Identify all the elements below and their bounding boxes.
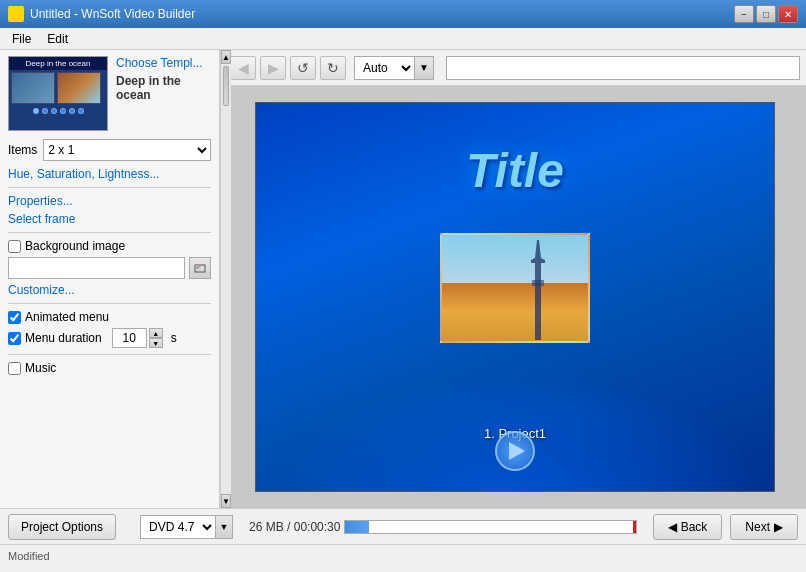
bg-image-input[interactable] [8, 257, 185, 279]
divider-1 [8, 187, 211, 188]
close-button[interactable]: ✕ [778, 5, 798, 23]
app-icon [8, 6, 24, 22]
menu-duration-checkbox[interactable] [8, 332, 21, 345]
main-container: Deep in the ocean [0, 50, 806, 508]
forward-toolbar-button[interactable]: ▶ [260, 56, 286, 80]
dot-1 [33, 108, 39, 114]
dvd-format-select[interactable]: DVD 4.7 DVD 8.5 BD 25 [140, 515, 215, 539]
customize-link[interactable]: Customize... [8, 283, 211, 297]
progress-area: 26 MB / 00:00:30 [249, 520, 637, 534]
redo-toolbar-button[interactable]: ↻ [320, 56, 346, 80]
preview-thumb-container [440, 233, 590, 348]
left-panel-content: Deep in the ocean [0, 50, 219, 508]
dot-6 [78, 108, 84, 114]
progress-bar-container [344, 520, 636, 534]
template-area: Deep in the ocean [8, 56, 211, 131]
dot-2 [42, 108, 48, 114]
thumb-title: Deep in the ocean [9, 57, 107, 70]
background-image-checkbox[interactable] [8, 240, 21, 253]
dot-4 [60, 108, 66, 114]
animated-menu-text: Animated menu [25, 310, 109, 324]
menu-file[interactable]: File [4, 30, 39, 48]
thumb-img-1 [11, 72, 55, 104]
svg-rect-1 [195, 267, 199, 269]
divider-2 [8, 232, 211, 233]
svg-rect-4 [532, 280, 544, 286]
animated-menu-checkbox[interactable] [8, 311, 21, 324]
background-image-label[interactable]: Background image [8, 239, 211, 253]
divider-3 [8, 303, 211, 304]
menu-duration-spinner: ▲ ▼ [112, 328, 163, 348]
properties-link[interactable]: Properties... [8, 194, 211, 208]
scroll-thumb[interactable] [223, 66, 229, 106]
minimize-button[interactable]: − [734, 5, 754, 23]
menu-duration-label: Menu duration [25, 331, 102, 345]
preview-thumb-image [440, 233, 590, 343]
music-label[interactable]: Music [8, 361, 211, 375]
animated-menu-label[interactable]: Animated menu [8, 310, 211, 324]
back-label: Back [681, 520, 708, 534]
menu-edit[interactable]: Edit [39, 30, 76, 48]
play-triangle-icon [509, 442, 525, 460]
back-button[interactable]: ◀ Back [653, 514, 723, 540]
menu-duration-unit: s [171, 331, 177, 345]
right-panel: ◀ ▶ ↺ ↻ Auto ▼ Title [224, 50, 806, 508]
select-frame-link[interactable]: Select frame [8, 212, 211, 226]
toolbar: ◀ ▶ ↺ ↻ Auto ▼ [224, 50, 806, 86]
thumb-dots [9, 106, 107, 116]
back-toolbar-button[interactable]: ◀ [230, 56, 256, 80]
menu-duration-row: Menu duration ▲ ▼ s [8, 328, 211, 348]
ground-bg [442, 283, 588, 341]
next-label: Next [745, 520, 770, 534]
spinner-down[interactable]: ▼ [149, 338, 163, 348]
choose-template-link[interactable]: Choose Templ... [116, 56, 211, 70]
status-text: Modified [8, 550, 50, 562]
window-title: Untitled - WnSoft Video Builder [30, 7, 195, 21]
preview-canvas: Title 1. Pr [255, 102, 775, 492]
music-text: Music [25, 361, 56, 375]
undo-toolbar-button[interactable]: ↺ [290, 56, 316, 80]
background-image-text: Background image [25, 239, 125, 253]
progress-bar-marker [633, 521, 636, 533]
title-bar: Untitled - WnSoft Video Builder − □ ✕ [0, 0, 806, 28]
progress-label: 26 MB / 00:00:30 [249, 520, 340, 534]
preview-play-button[interactable] [495, 431, 535, 471]
next-button[interactable]: Next ▶ [730, 514, 798, 540]
project-options-button[interactable]: Project Options [8, 514, 116, 540]
items-label: Items [8, 143, 37, 157]
auto-select-wrap: Auto ▼ [354, 56, 434, 80]
svg-rect-2 [195, 265, 200, 267]
auto-select[interactable]: Auto [354, 56, 414, 80]
music-checkbox[interactable] [8, 362, 21, 375]
menu-duration-checkbox-label[interactable]: Menu duration [8, 331, 102, 345]
menu-duration-input[interactable] [112, 328, 147, 348]
left-panel-scrollbar[interactable]: ▲ ▼ [220, 50, 231, 508]
browse-button[interactable] [189, 257, 211, 279]
items-row: Items 2 x 1 [8, 139, 211, 161]
template-info: Choose Templ... Deep in the ocean [116, 56, 211, 102]
thumb-img-2 [57, 72, 101, 104]
auto-dropdown-button[interactable]: ▼ [414, 56, 434, 80]
left-panel-wrapper: Deep in the ocean [0, 50, 224, 508]
spinner-up[interactable]: ▲ [149, 328, 163, 338]
preview-area: Title 1. Pr [224, 86, 806, 508]
menu-bar: File Edit [0, 28, 806, 50]
items-select[interactable]: 2 x 1 [43, 139, 211, 161]
bottom-bar: Project Options DVD 4.7 DVD 8.5 BD 25 ▼ … [0, 508, 806, 544]
dvd-dropdown-button[interactable]: ▼ [215, 515, 233, 539]
space-needle-svg [523, 240, 553, 340]
scroll-up-button[interactable]: ▲ [221, 50, 231, 64]
template-name: Deep in the ocean [116, 74, 211, 102]
left-panel: Deep in the ocean [0, 50, 220, 508]
status-bar: Modified [0, 544, 806, 566]
preview-input[interactable] [446, 56, 800, 80]
back-chevron-icon: ◀ [668, 520, 677, 534]
scroll-track [221, 64, 231, 494]
hue-saturation-link[interactable]: Hue, Saturation, Lightness... [8, 167, 211, 181]
maximize-button[interactable]: □ [756, 5, 776, 23]
scroll-down-button[interactable]: ▼ [221, 494, 231, 508]
sky-bg [442, 235, 588, 288]
preview-title: Title [256, 143, 774, 198]
progress-bar-fill [345, 521, 368, 533]
window-controls: − □ ✕ [734, 5, 798, 23]
